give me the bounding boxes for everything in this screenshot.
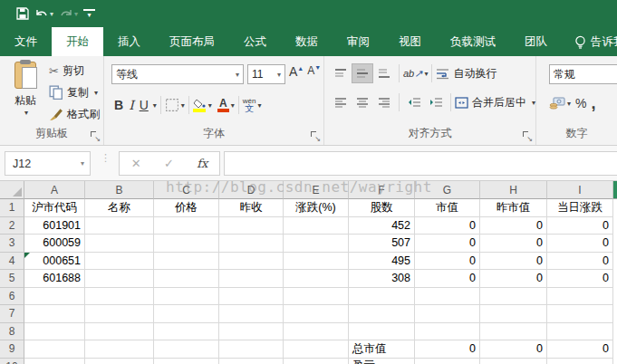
cell-F8[interactable] xyxy=(349,323,415,341)
cell-H2[interactable]: 0 xyxy=(480,217,547,235)
cell-C8[interactable] xyxy=(154,323,219,341)
format-painter-button[interactable]: 格式刷 xyxy=(49,105,100,123)
cell-A9[interactable] xyxy=(24,340,85,359)
cell-I10[interactable] xyxy=(547,359,613,364)
cell-A1[interactable]: 沪市代码 xyxy=(24,199,85,217)
row-header-8[interactable]: 8 xyxy=(0,323,24,341)
cell-H7[interactable] xyxy=(480,305,547,323)
cell-F5[interactable]: 308 xyxy=(349,270,415,288)
number-format-combo[interactable]: 常规 xyxy=(549,64,617,84)
name-box-caret[interactable]: ▾ xyxy=(81,159,90,168)
cell-B6[interactable] xyxy=(85,288,154,306)
enter-icon[interactable]: ✓ xyxy=(164,157,174,170)
cell-E3[interactable] xyxy=(284,235,349,253)
cell-D2[interactable] xyxy=(219,217,284,235)
cell-G1[interactable]: 市值 xyxy=(415,199,480,217)
cell-B10[interactable] xyxy=(85,359,154,364)
column-header-D[interactable]: D xyxy=(219,181,284,199)
cell-A3[interactable]: 600059 xyxy=(24,235,85,253)
middle-align-button[interactable] xyxy=(352,63,373,83)
row-header-9[interactable]: 9 xyxy=(0,340,24,359)
cell-I8[interactable] xyxy=(547,323,613,341)
decrease-font-size-icon[interactable]: A▼ xyxy=(307,64,321,79)
cell-G10[interactable] xyxy=(415,359,480,364)
font-name-caret[interactable]: ▾ xyxy=(232,71,239,79)
row-header-1[interactable]: 1 xyxy=(0,199,24,217)
column-header-A[interactable]: A xyxy=(24,181,85,199)
increase-indent-button[interactable] xyxy=(425,92,447,112)
cell-E10[interactable] xyxy=(284,359,349,364)
tab-insert[interactable]: 插入 xyxy=(103,27,155,56)
formula-input[interactable] xyxy=(224,151,617,176)
orientation-caret[interactable]: ▾ xyxy=(424,70,428,78)
undo-dropdown-caret[interactable]: ▾ xyxy=(50,10,53,18)
percent-style-button[interactable]: % xyxy=(575,96,586,110)
cell-B3[interactable] xyxy=(85,235,154,253)
font-name-combo[interactable]: 等线 ▾ xyxy=(111,64,244,84)
font-size-caret[interactable]: ▾ xyxy=(274,71,281,79)
cell-E5[interactable] xyxy=(284,270,349,288)
cell-F9[interactable]: 总市值 xyxy=(349,340,415,359)
align-center-button[interactable] xyxy=(352,92,373,112)
cell-E6[interactable] xyxy=(284,288,349,306)
tab-team[interactable]: 团队 xyxy=(510,27,562,56)
cell-I7[interactable] xyxy=(547,305,613,323)
tell-me-box[interactable]: 告诉我你想要 xyxy=(574,27,617,56)
orientation-button[interactable]: ab↗ xyxy=(403,68,422,80)
cell-A5[interactable]: 601688 xyxy=(24,270,85,288)
cell-A6[interactable] xyxy=(24,288,85,306)
borders-dropdown-caret[interactable]: ▾ xyxy=(181,101,185,110)
row-header-3[interactable]: 3 xyxy=(0,235,24,253)
comma-style-button[interactable]: , xyxy=(591,99,595,108)
column-header-I[interactable]: I xyxy=(547,181,613,199)
cell-D9[interactable] xyxy=(219,340,284,359)
accounting-format-caret[interactable]: ▾ xyxy=(567,100,571,108)
column-header-G[interactable]: G xyxy=(415,181,480,199)
phonetic-caret[interactable]: ▾ xyxy=(258,101,262,110)
row-header-10[interactable]: 10 xyxy=(0,359,24,364)
tab-load-test[interactable]: 负载测试 xyxy=(436,27,510,56)
clipboard-dialog-launcher-icon[interactable] xyxy=(91,131,100,140)
cell-F4[interactable]: 495 xyxy=(349,253,415,271)
merge-center-caret[interactable]: ▾ xyxy=(532,99,535,107)
column-header-C[interactable]: C xyxy=(154,181,219,199)
cell-C3[interactable] xyxy=(154,235,219,253)
increase-font-size-icon[interactable]: A▲ xyxy=(289,64,304,79)
insert-function-icon[interactable]: fx xyxy=(197,157,207,170)
cell-C2[interactable] xyxy=(154,217,219,235)
borders-icon[interactable] xyxy=(165,98,179,112)
cell-I1[interactable]: 当日涨跌 xyxy=(547,199,613,217)
cell-A10[interactable] xyxy=(24,359,85,364)
cell-E7[interactable] xyxy=(284,305,349,323)
cell-G5[interactable]: 0 xyxy=(415,270,480,288)
cell-I4[interactable]: 0 xyxy=(547,253,613,271)
cell-B7[interactable] xyxy=(85,305,154,323)
cell-F7[interactable] xyxy=(349,305,415,323)
column-header-B[interactable]: B xyxy=(85,181,154,199)
font-color-button[interactable]: A xyxy=(217,99,229,112)
copy-dropdown-caret[interactable]: ▾ xyxy=(94,89,98,97)
cell-I2[interactable]: 0 xyxy=(547,217,613,235)
tab-home[interactable]: 开始 xyxy=(52,27,103,56)
bold-button[interactable]: B xyxy=(111,97,126,113)
decrease-indent-button[interactable] xyxy=(403,92,425,112)
font-dialog-launcher-icon[interactable] xyxy=(311,131,320,140)
row-header-4[interactable]: 4 xyxy=(0,253,24,271)
cell-D4[interactable] xyxy=(219,253,284,271)
underline-button[interactable]: U xyxy=(137,97,151,113)
cell-D3[interactable] xyxy=(219,235,284,253)
cancel-icon[interactable]: ✕ xyxy=(131,157,141,170)
cell-G8[interactable] xyxy=(415,323,480,341)
column-header-E[interactable]: E xyxy=(284,181,349,199)
column-header-H[interactable]: H xyxy=(480,181,547,199)
cell-C5[interactable] xyxy=(154,270,219,288)
fill-color-button[interactable] xyxy=(193,99,207,112)
paste-button[interactable]: 粘贴 ▾ xyxy=(7,62,43,132)
font-color-caret[interactable]: ▾ xyxy=(231,101,235,110)
cell-D7[interactable] xyxy=(219,305,284,323)
cell-C7[interactable] xyxy=(154,305,219,323)
cell-D8[interactable] xyxy=(219,323,284,341)
cell-E8[interactable] xyxy=(284,323,349,341)
paste-dropdown-caret[interactable]: ▾ xyxy=(24,109,28,117)
cell-C6[interactable] xyxy=(154,288,219,306)
